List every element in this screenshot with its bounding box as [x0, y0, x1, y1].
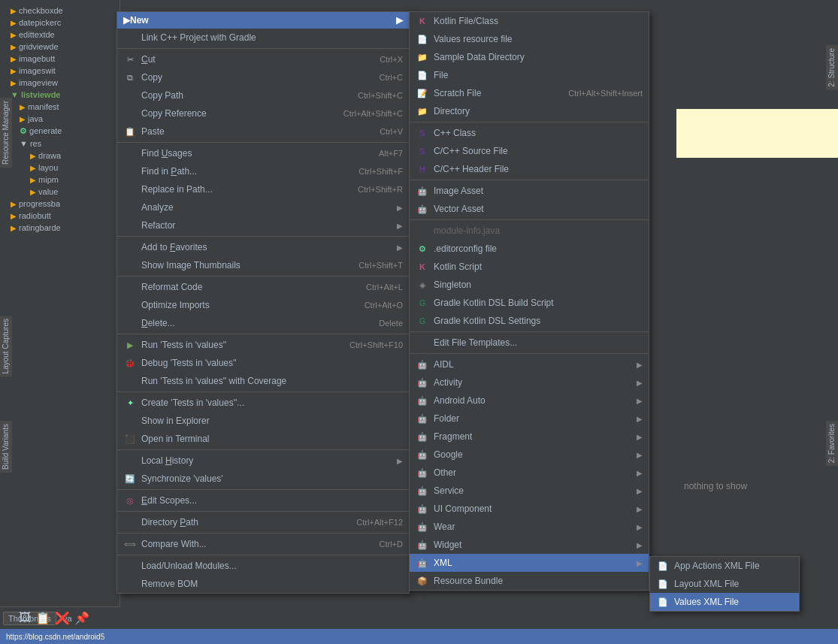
menu-item-kotlin-script[interactable]: K Kotlin Script: [410, 258, 649, 276]
android-auto-icon: 🤖: [416, 394, 429, 407]
menu-item-gradle-build[interactable]: G Gradle Kotlin DSL Build Script: [410, 294, 649, 312]
cpp-header-icon: H: [416, 162, 429, 176]
menu-item-editorconfig[interactable]: ⚙ .editorconfig file: [410, 240, 649, 258]
menu-item-values-resource[interactable]: 📄 Values resource file: [410, 30, 649, 48]
menu-item-compare[interactable]: ⟺ Compare With... Ctrl+D: [117, 535, 409, 553]
other-icon: 🤖: [416, 466, 429, 479]
menu-item-fragment[interactable]: 🤖 Fragment ▶: [410, 428, 649, 446]
tree-item-value[interactable]: ▶ value: [5, 186, 115, 198]
android-auto-arrow: ▶: [637, 397, 643, 405]
tree-item-manifest[interactable]: ▶ manifest: [5, 101, 115, 113]
menu-item-show-explorer[interactable]: Show in Explorer: [117, 412, 409, 430]
menu-item-delete[interactable]: Delete... Delete: [117, 314, 409, 332]
menu-item-replace-path[interactable]: Replace in Path... Ctrl+Shift+R: [117, 180, 409, 198]
menu-item-singleton[interactable]: ◈ Singleton: [410, 276, 649, 294]
menu-item-cpp-source[interactable]: S C/C++ Source File: [410, 142, 649, 160]
menu-item-layout-xml[interactable]: 📄 Layout XML File: [650, 575, 799, 593]
menu-item-copy[interactable]: ⧉ Copy Ctrl+C: [117, 68, 409, 86]
favorites-icon: [123, 240, 137, 254]
menu-item-cpp-class[interactable]: S C++ Class: [410, 124, 649, 142]
tree-item-generate[interactable]: ⚙ generate: [5, 125, 115, 138]
menu-item-ui-component[interactable]: 🤖 UI Component ▶: [410, 500, 649, 518]
menu-item-optimize[interactable]: Optimize Imports Ctrl+Alt+O: [117, 296, 409, 314]
tree-item-imageswit[interactable]: ▶ imageswit: [5, 65, 115, 77]
menu-item-service[interactable]: 🤖 Service ▶: [410, 482, 649, 500]
menu-item-xml[interactable]: 🤖 XML ▶: [410, 554, 649, 572]
menu-item-values-xml[interactable]: 📄 Values XML File: [650, 593, 799, 611]
menu-item-create-tests[interactable]: ✦ Create 'Tests in 'values''...: [117, 394, 409, 412]
copy-ref-icon: [123, 107, 137, 120]
menu-item-aidl[interactable]: 🤖 AIDL ▶: [410, 355, 649, 373]
tree-item-listview[interactable]: ▼ listviewde: [5, 89, 115, 101]
tree-item-imagebutt[interactable]: ▶ imagebutt: [5, 53, 115, 65]
menu-item-paste[interactable]: 📋 Paste Ctrl+V: [117, 122, 409, 141]
menu-item-widget[interactable]: 🤖 Widget ▶: [410, 536, 649, 554]
menu-item-directory-path[interactable]: Directory Path Ctrl+Alt+F12: [117, 513, 409, 531]
menu-item-run-tests[interactable]: ▶ Run 'Tests in 'values'' Ctrl+Shift+F10: [117, 336, 409, 354]
menu-item-activity[interactable]: 🤖 Activity ▶: [410, 373, 649, 392]
menu-item-resource-bundle[interactable]: 📦 Resource Bundle: [410, 572, 649, 590]
menu-item-module-info[interactable]: module-info.java: [410, 222, 649, 240]
menu-item-vector-asset[interactable]: 🤖 Vector Asset: [410, 200, 649, 218]
separator-11: [117, 555, 409, 555]
wear-icon: 🤖: [416, 520, 429, 534]
menu-item-edit-scopes[interactable]: ◎ Edit Scopes...: [117, 491, 409, 509]
tree-item-edittext[interactable]: ▶ edittextde: [5, 29, 115, 41]
menu-item-wear[interactable]: 🤖 Wear ▶: [410, 518, 649, 536]
menu-item-google[interactable]: 🤖 Google ▶: [410, 446, 649, 464]
menu-item-gradle-settings[interactable]: G Gradle Kotlin DSL Settings: [410, 312, 649, 330]
menu-item-folder[interactable]: 🤖 Folder ▶: [410, 410, 649, 428]
templates-icon: [416, 336, 429, 349]
menu-item-sample-data[interactable]: 📁 Sample Data Directory: [410, 48, 649, 66]
menu-item-link-cpp[interactable]: Link C++ Project with Gradle: [117, 29, 409, 47]
menu-item-find-usages[interactable]: Find Usages Alt+F7: [117, 144, 409, 162]
menu-item-remove-bom[interactable]: Remove BOM: [117, 575, 409, 593]
menu-item-reformat[interactable]: Reformat Code Ctrl+Alt+L: [117, 278, 409, 296]
menu-item-new[interactable]: ▶ New ▶: [117, 12, 409, 29]
menu-item-copy-path[interactable]: Copy Path Ctrl+Shift+C: [117, 86, 409, 104]
tree-item-progressba[interactable]: ▶ progressba: [5, 198, 115, 210]
menu-item-other[interactable]: 🤖 Other ▶: [410, 464, 649, 482]
menu-item-find-path[interactable]: Find in Path... Ctrl+Shift+F: [117, 162, 409, 180]
menu-item-show-thumbnails[interactable]: Show Image Thumbnails Ctrl+Shift+T: [117, 256, 409, 274]
tree-item-res[interactable]: ▼ res: [5, 138, 115, 150]
menu-item-kotlin-class[interactable]: K Kotlin File/Class: [410, 12, 649, 30]
menu-item-directory[interactable]: 📁 Directory: [410, 102, 649, 120]
layout-xml-icon: 📄: [656, 577, 670, 591]
analyze-label: Analyze: [141, 202, 391, 213]
tree-item-java[interactable]: ▶ java: [5, 113, 115, 125]
menu-item-app-actions-xml[interactable]: 📄 App Actions XML File: [650, 557, 799, 575]
menu-item-local-history[interactable]: Local History ▶: [117, 452, 409, 470]
link-icon: [123, 31, 137, 44]
tree-item-layou[interactable]: ▶ layou: [5, 162, 115, 174]
debug-icon: 🐞: [123, 356, 137, 370]
menu-item-run-coverage[interactable]: Run 'Tests in 'values'' with Coverage: [117, 372, 409, 390]
tree-item-datepicker[interactable]: ▶ datepickerc: [5, 17, 115, 29]
menu-item-analyze[interactable]: Analyze ▶: [117, 198, 409, 216]
menu-item-open-terminal[interactable]: ⬛ Open in Terminal: [117, 430, 409, 448]
menu-item-synchronize[interactable]: 🔄 Synchronize 'values': [117, 470, 409, 488]
tree-item-ratingbarde[interactable]: ▶ ratingbarde: [5, 222, 115, 234]
menu-item-file[interactable]: 📄 File: [410, 66, 649, 84]
menu-item-copy-reference[interactable]: Copy Reference Ctrl+Alt+Shift+C: [117, 104, 409, 122]
menu-item-add-favorites[interactable]: Add to Favorites ▶: [117, 238, 409, 256]
kotlin-script-label: Kotlin Script: [434, 262, 643, 272]
status-bar: https://blog.csdn.net/android5: [0, 629, 838, 644]
tree-item-mipm[interactable]: ▶ mipm: [5, 174, 115, 186]
tree-item-drawa[interactable]: ▶ drawa: [5, 150, 115, 162]
menu-item-cut[interactable]: ✂ Cut Ctrl+X: [117, 50, 409, 68]
tree-item-checkboxde[interactable]: ▶ checkboxde: [5, 5, 115, 17]
menu-item-image-asset[interactable]: 🤖 Image Asset: [410, 182, 649, 200]
menu-item-load-modules[interactable]: Load/Unload Modules...: [117, 557, 409, 575]
menu-item-refactor[interactable]: Refactor ▶: [117, 216, 409, 234]
tree-item-radiobutt[interactable]: ▶ radiobutt: [5, 210, 115, 222]
menu-item-android-auto[interactable]: 🤖 Android Auto ▶: [410, 392, 649, 410]
xml-label: XML: [434, 558, 631, 568]
tree-item-gridview[interactable]: ▶ gridviewde: [5, 41, 115, 53]
editorconfig-icon: ⚙: [416, 242, 429, 255]
tree-item-imageview[interactable]: ▶ imageview: [5, 77, 115, 89]
menu-item-edit-templates[interactable]: Edit File Templates...: [410, 334, 649, 352]
menu-item-debug-tests[interactable]: 🐞 Debug 'Tests in 'values'': [117, 354, 409, 372]
menu-item-scratch[interactable]: 📝 Scratch File Ctrl+Alt+Shift+Insert: [410, 84, 649, 102]
menu-item-cpp-header[interactable]: H C/C++ Header File: [410, 160, 649, 178]
